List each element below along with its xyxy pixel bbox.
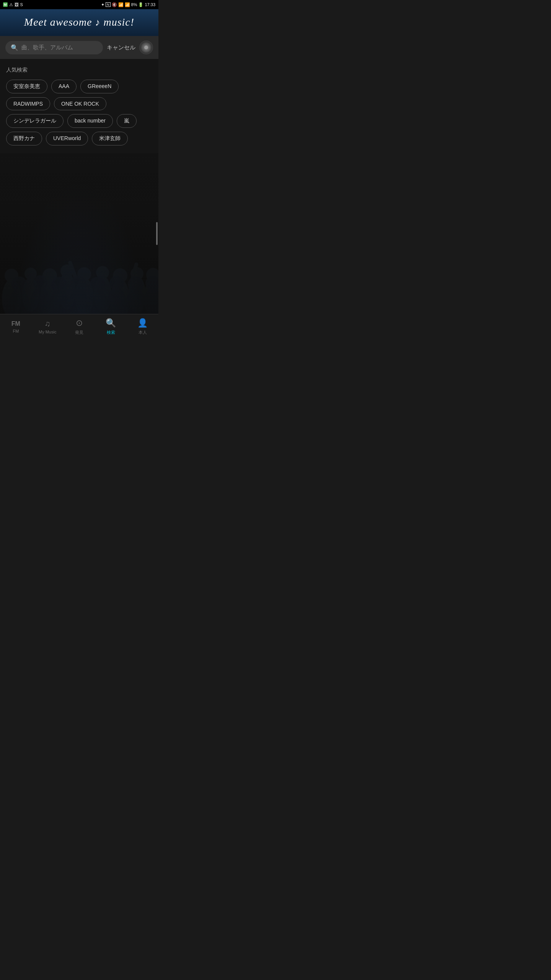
battery-icon: 🔋 — [138, 2, 143, 7]
tag-amuro[interactable]: 安室奈美恵 — [6, 80, 47, 93]
tag-yonezu[interactable]: 米津玄師 — [92, 132, 128, 145]
music-note-icon: ♪ — [95, 17, 100, 28]
nav-label-discover: 発見 — [75, 330, 83, 335]
discover-icon: ⊙ — [76, 318, 83, 328]
m-status-icon: M — [3, 2, 8, 7]
time-display: 17:33 — [145, 2, 155, 7]
profile-icon: 👤 — [137, 318, 148, 328]
tag-aaa[interactable]: AAA — [51, 80, 77, 93]
tag-radwimps[interactable]: RADWIMPS — [6, 97, 50, 110]
cancel-button[interactable]: キャンセル — [107, 44, 135, 51]
disc-center — [144, 46, 148, 49]
my-music-icon: ♫ — [45, 319, 51, 328]
s-icon: S — [20, 2, 23, 7]
tag-greeeen[interactable]: GReeeeN — [80, 80, 119, 93]
search-icon: 🔍 — [11, 44, 18, 51]
crowd-silhouette — [0, 153, 158, 314]
nav-label-search: 検索 — [107, 330, 115, 335]
popular-search-title: 人気検索 — [6, 67, 152, 74]
warning-icon: ⚠ — [9, 2, 13, 7]
nav-item-profile[interactable]: 👤 本人 — [127, 318, 158, 335]
nav-item-fm[interactable]: FM FM — [0, 320, 32, 333]
app-header: Meet awesome ♪ music! — [0, 9, 158, 36]
status-right-icons: ✦ N 🔇 📶 📶 8% 🔋 17:33 — [101, 2, 155, 7]
nav-label-my-music: My Music — [39, 330, 56, 334]
mute-icon: 🔇 — [112, 2, 117, 7]
concert-background — [0, 153, 158, 314]
title-text-music: music! — [103, 16, 134, 28]
tag-nishino[interactable]: 西野カナ — [6, 132, 42, 145]
tag-back-number[interactable]: back number — [67, 114, 113, 128]
tags-container: 安室奈美恵 AAA GReeeeN RADWIMPS ONE OK ROCK シ… — [6, 80, 152, 145]
nav-item-discover[interactable]: ⊙ 発見 — [64, 318, 95, 335]
nav-item-search[interactable]: 🔍 検索 — [95, 318, 127, 335]
crowd-background — [0, 153, 158, 314]
status-left-icons: M ⚠ 🖼 S — [3, 2, 23, 7]
title-text-meet: Meet awesome — [24, 16, 92, 28]
nfc-icon: N — [106, 2, 111, 7]
svg-rect-53 — [0, 153, 158, 314]
search-box[interactable]: 🔍 曲、歌手、アルバム — [5, 41, 103, 54]
search-bar-container: 🔍 曲、歌手、アルバム キャンセル — [0, 36, 158, 59]
app-title: Meet awesome ♪ music! — [6, 16, 152, 28]
image-icon: 🖼 — [15, 2, 19, 7]
status-bar: M ⚠ 🖼 S ✦ N 🔇 📶 📶 8% 🔋 17:33 — [0, 0, 158, 9]
popular-search-section: 人気検索 安室奈美恵 AAA GReeeeN RADWIMPS ONE OK R… — [0, 59, 158, 153]
nav-item-my-music[interactable]: ♫ My Music — [32, 319, 64, 334]
tag-cinderella[interactable]: シンデレラガール — [6, 114, 64, 128]
nav-label-profile: 本人 — [139, 330, 147, 335]
fm-label: FM — [11, 320, 20, 327]
nav-label-fm: FM — [13, 329, 19, 333]
scroll-indicator — [156, 222, 158, 245]
bottom-navigation: FM FM ♫ My Music ⊙ 発見 🔍 検索 👤 本人 — [0, 314, 158, 341]
search-nav-icon: 🔍 — [106, 318, 116, 328]
wifi-icon: 📶 — [118, 2, 124, 7]
bluetooth-icon: ✦ — [101, 2, 104, 7]
search-placeholder: 曲、歌手、アルバム — [21, 44, 98, 51]
tag-uverworld[interactable]: UVERworld — [46, 132, 88, 145]
battery-text: 8% — [131, 2, 137, 7]
tag-arashi[interactable]: 嵐 — [117, 114, 137, 128]
signal-icon: 📶 — [125, 2, 130, 7]
tag-one-ok-rock[interactable]: ONE OK ROCK — [54, 97, 106, 110]
disc-icon[interactable] — [139, 41, 153, 54]
